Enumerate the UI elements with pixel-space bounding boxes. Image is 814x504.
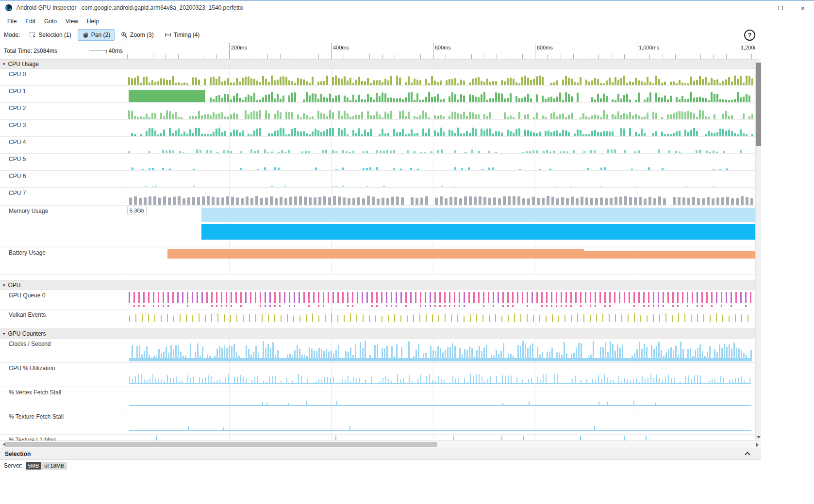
track-canvas-cpu-2[interactable] [126, 103, 755, 119]
track-row-cpu-7[interactable]: CPU 7 [0, 188, 755, 206]
track-plot[interactable] [126, 247, 755, 274]
group-header-gpu[interactable]: ▾GPU [0, 280, 755, 290]
statusbar: Server: 5MB of 18MB [0, 459, 761, 471]
track-label: Battery Usage [0, 247, 126, 274]
track-row-texture-l1-miss[interactable]: % Texture L1 Miss [0, 435, 755, 440]
track-canvas-texture-fetch-stall[interactable] [126, 411, 755, 434]
total-time-label: Total Time: 2s084ms [4, 48, 57, 54]
track-canvas-clocks-second[interactable] [126, 339, 755, 362]
track-plot[interactable] [126, 309, 755, 328]
titlebar: Android GPU Inspector - com.google.andro… [0, 0, 814, 15]
selection-panel-label: Selection [5, 451, 31, 457]
track-row-cpu-0[interactable]: CPU 0 [0, 69, 755, 86]
collapse-caret-icon[interactable]: ▾ [3, 331, 5, 336]
menu-edit[interactable]: Edit [21, 16, 40, 27]
track-plot[interactable] [126, 120, 755, 136]
selection-panel-header[interactable]: Selection [0, 448, 761, 459]
track-canvas-memory-usage[interactable] [126, 206, 755, 247]
menu-goto[interactable]: Goto [40, 16, 61, 27]
zoom-mode-button[interactable]: Zoom (3) [116, 29, 158, 41]
track-canvas-cpu-4[interactable] [126, 137, 755, 153]
track-row-texture-fetch-stall[interactable]: % Texture Fetch Stall [0, 411, 755, 435]
menu-view[interactable]: View [61, 16, 83, 27]
minimize-button[interactable] [747, 0, 769, 15]
track-canvas-gpu-utilization[interactable] [126, 363, 755, 387]
track-plot[interactable] [126, 387, 755, 411]
arrow-right-icon [756, 443, 759, 447]
track-plot[interactable] [126, 188, 755, 205]
track-canvas-cpu-6[interactable] [126, 171, 755, 187]
track-row-clocks-second[interactable]: Clocks / Second [0, 339, 755, 363]
vertical-scrollbar[interactable] [755, 59, 761, 440]
track-plot[interactable] [126, 363, 755, 387]
tracks-viewport[interactable]: ▾CPU UsageCPU 0CPU 1CPU 2CPU 3CPU 4CPU 5… [0, 59, 755, 440]
timing-icon [165, 32, 171, 38]
horizontal-scrollbar[interactable] [0, 440, 761, 448]
collapse-caret-icon[interactable]: ▾ [3, 283, 5, 288]
timing-mode-button[interactable]: Timing (4) [160, 29, 204, 41]
close-button[interactable]: × [792, 0, 814, 15]
pan-mode-button[interactable]: Pan (2) [78, 29, 115, 41]
track-plot[interactable] [126, 435, 755, 440]
collapse-caret-icon[interactable]: ▾ [3, 62, 5, 66]
track-plot[interactable] [126, 171, 755, 187]
vertical-scrollbar-thumb[interactable] [756, 63, 761, 146]
track-plot[interactable] [126, 137, 755, 153]
track-row-cpu-4[interactable]: CPU 4 [0, 137, 755, 154]
help-button[interactable]: ? [744, 30, 755, 41]
scroll-down-button[interactable] [756, 434, 762, 440]
expand-panel-chevron-icon[interactable] [745, 452, 750, 457]
status-separator [71, 462, 71, 470]
group-label: GPU [8, 282, 21, 289]
track-row-gpu-utilization[interactable]: GPU % Utilization [0, 363, 755, 387]
track-row-gpu-queue-0[interactable]: GPU Queue 0 [0, 290, 755, 309]
tick-label-1200ms: 1,200ms [741, 45, 755, 50]
track-canvas-cpu-7[interactable] [126, 188, 755, 205]
track-plot[interactable] [126, 103, 755, 119]
track-plot[interactable] [126, 411, 755, 434]
track-plot[interactable] [126, 290, 755, 309]
track-row-battery-usage[interactable]: Battery Usage [0, 247, 755, 275]
track-plot[interactable] [126, 69, 755, 85]
track-canvas-cpu-5[interactable] [126, 154, 755, 170]
track-row-cpu-6[interactable]: CPU 6 [0, 171, 755, 188]
menu-file[interactable]: File [3, 16, 21, 27]
track-label: GPU % Utilization [0, 363, 126, 387]
horizontal-scrollbar-thumb[interactable] [5, 442, 437, 447]
track-label: Vulkan Events [0, 309, 126, 328]
scroll-right-button[interactable] [753, 441, 761, 448]
track-row-memory-usage[interactable]: Memory Usage5.3Gb [0, 206, 755, 247]
window-controls: × [747, 0, 814, 15]
maximize-icon [779, 6, 783, 10]
ruler-left-panel: Total Time: 2s084ms 40ms [0, 43, 126, 59]
app-window: Android GPU Inspector - com.google.andro… [0, 0, 814, 504]
selection-mode-button[interactable]: Selection (1) [25, 29, 75, 41]
track-canvas-battery-usage[interactable] [126, 247, 755, 274]
server-label: Server: [4, 462, 23, 469]
track-row-cpu-5[interactable]: CPU 5 [0, 154, 755, 171]
track-row-vulkan-events[interactable]: Vulkan Events [0, 309, 755, 329]
app-logo-icon [5, 4, 13, 12]
tick-label-400ms: 400ms [333, 45, 349, 50]
track-row-cpu-2[interactable]: CPU 2 [0, 103, 755, 120]
track-canvas-gpu-queue-0[interactable] [126, 290, 755, 309]
track-canvas-cpu-3[interactable] [126, 120, 755, 136]
maximize-button[interactable] [769, 0, 792, 15]
track-canvas-cpu-0[interactable] [126, 69, 755, 85]
track-label: Memory Usage [0, 206, 126, 247]
track-row-cpu-3[interactable]: CPU 3 [0, 120, 755, 137]
ruler-scale-area[interactable]: 200ms 400ms 600ms 800ms 1,000ms 1,200ms [126, 43, 755, 59]
menu-help[interactable]: Help [83, 16, 103, 27]
group-header-gpu-counters[interactable]: ▾GPU Counters [0, 329, 755, 339]
track-row-vertex-fetch-stall[interactable]: % Vertex Fetch Stall [0, 387, 755, 411]
track-plot[interactable]: 5.3Gb [126, 206, 755, 247]
track-canvas-texture-l1-miss[interactable] [126, 435, 755, 440]
track-plot[interactable] [126, 339, 755, 362]
track-row-cpu-1[interactable]: CPU 1 [0, 86, 755, 103]
track-plot[interactable] [126, 154, 755, 170]
track-canvas-vulkan-events[interactable] [126, 309, 755, 328]
track-canvas-vertex-fetch-stall[interactable] [126, 387, 755, 411]
group-header-cpu-usage[interactable]: ▾CPU Usage [0, 59, 755, 69]
track-canvas-cpu-1[interactable] [126, 86, 755, 102]
track-plot[interactable] [126, 86, 755, 102]
